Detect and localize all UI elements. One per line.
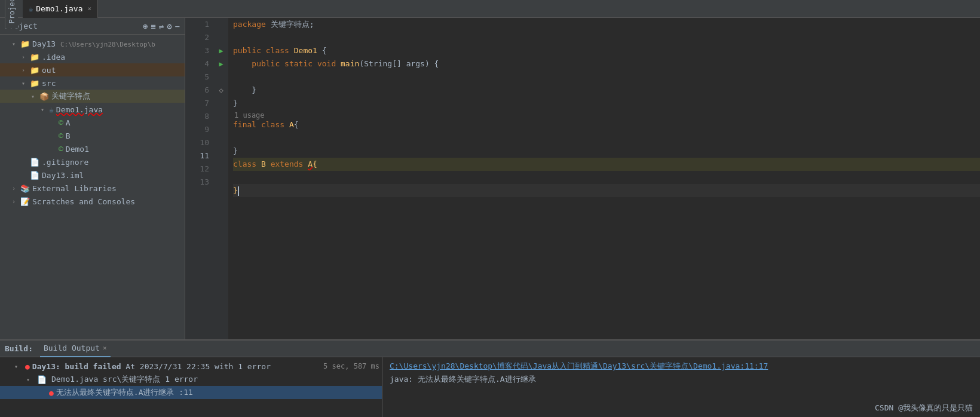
project-sidebar-label[interactable]: Project [5,0,18,29]
line-num-7: 7 [185,97,209,110]
tree-item-demo1class[interactable]: © Demo1 [0,142,185,155]
tree-label-pkg: 关键字特点 [51,91,90,102]
build-tree: ▾ ● Day13: build failed At 2023/7/31 22:… [0,357,382,417]
java-file-icon: ☕ [29,5,33,13]
build-panel: Build: Build Output × ▾ ● Day13: build f… [0,339,980,417]
build-row-demo1[interactable]: ▾ 📄 Demo1.java src\关键字特点 1 error [0,373,382,386]
arrow: ▾ [31,93,39,100]
build-right: C:\Users\yjn28\Desktop\博客代码\Java从入门到精通\D… [382,357,980,417]
code-line-6: } [233,84,980,97]
ext-lib-icon: 📚 [20,184,30,193]
run-gutter: ▶ ▶ ◇ [214,18,228,339]
line-num-5: 5 [185,70,209,84]
code-line-3: public class Demo1 { [233,44,980,57]
tab-label: Demo1.java [36,4,82,13]
tree-label-demo1java: Demo1.java [56,105,103,114]
tree-item-src[interactable]: ▾ 📁 src [0,76,185,90]
build-time: 5 sec, 587 ms [323,362,379,370]
line-num-3: 3 [185,44,209,57]
pkg-icon: 📦 [39,92,49,101]
out-folder-icon: 📁 [30,66,39,75]
line-num-12: 12 [185,162,209,176]
sidebar-header-icons: ⊕ ≡ ⇌ ⚙ − [143,22,180,31]
src-folder-icon: 📁 [30,79,39,88]
main-area: Project ⊕ ≡ ⇌ ⚙ − ▾ 📁 Day13 C:\Users\yjn… [0,18,980,339]
gutter-10 [214,136,228,149]
iml-icon: 📄 [30,171,39,180]
tree-item-iml[interactable]: 📄 Day13.iml [0,168,185,182]
tree-label-day13: Day13 C:\Users\yjn28\Desktop\b [32,39,155,48]
tree-item-classA[interactable]: © A [0,116,185,129]
line-numbers: 1 2 3 4 5 6 7 8 9 10 11 12 13 [185,18,214,339]
line-num-9: 9 [185,123,209,136]
tree-item-out[interactable]: › 📁 out [0,63,185,76]
line-num-4: 4 [185,57,209,70]
tree-item-idea[interactable]: › 📁 .idea [0,50,185,63]
line-num-13: 13 [185,176,209,189]
code-lines[interactable]: package 关键字特点; public class Demo1 { publ… [228,18,980,339]
sidebar-header: Project ⊕ ≡ ⇌ ⚙ − [0,18,185,35]
csdn-badge: CSDN @我头像真的只是只猫 [875,403,973,413]
code-line-4: public static void main(String[] args) { [233,57,980,70]
tree-label-scratches: Scratches and Consoles [32,197,135,206]
sidebar-icon-minus[interactable]: − [175,22,180,31]
sidebar-icon-split[interactable]: ⇌ [159,22,164,31]
build-row-error[interactable]: ● 无法从最终关键字特点.A进行继承 :11 [0,386,382,399]
tree-item-demo1java[interactable]: ▾ ☕ Demo1.java [0,103,185,116]
editor-area: 1 2 3 4 5 6 7 8 9 10 11 12 13 ▶ ▶ [185,18,980,339]
gutter-3-run[interactable]: ▶ [214,44,228,57]
code-line-8: final class A{ [233,118,980,131]
sidebar-icon-list[interactable]: ≡ [151,22,155,31]
arrow: ▾ [14,363,23,370]
arrow: › [22,67,30,73]
build-right-link-wrapper: C:\Users\yjn28\Desktop\博客代码\Java从入门到精通\D… [390,361,973,372]
build-content: ▾ ● Day13: build failed At 2023/7/31 22:… [0,357,980,417]
tree-item-classB[interactable]: © B [0,129,185,142]
build-right-error: java: 无法从最终关键字特点.A进行继承 [390,375,536,384]
arrow: › [12,198,20,205]
code-line-12 [233,171,980,184]
build-demo1-text: Demo1.java src\关键字特点 1 error [51,374,198,385]
line-num-10: 10 [185,136,209,149]
build-label: Build: [5,344,33,353]
tab-close-button[interactable]: × [88,5,92,13]
gutter-13 [214,176,228,189]
scratches-icon: 📝 [20,197,30,206]
error-icon-line: ● [49,388,54,397]
build-right-error-wrapper: java: 无法从最终关键字特点.A进行继承 [390,374,973,385]
tree-label-out: out [42,66,56,75]
tree-item-day13[interactable]: ▾ 📁 Day13 C:\Users\yjn28\Desktop\b [0,37,185,50]
gutter-8 [214,110,228,123]
gutter-11 [214,149,228,162]
code-line-2 [233,31,980,44]
build-error-text: 无法从最终关键字特点.A进行继承 :11 [56,387,193,398]
build-row-day13[interactable]: ▾ ● Day13: build failed At 2023/7/31 22:… [0,360,382,373]
tree-label-iml: Day13.iml [42,171,84,180]
class-b-icon: © [59,131,63,140]
sidebar-icon-gear[interactable]: ⚙ [167,22,172,31]
tab-bar: ☕ Demo1.java × [23,0,975,18]
gutter-1 [214,18,228,31]
code-view[interactable]: 1 2 3 4 5 6 7 8 9 10 11 12 13 ▶ ▶ [185,18,980,339]
gitignore-icon: 📄 [30,158,39,167]
tree-label-classA: A [66,118,71,127]
build-right-link[interactable]: C:\Users\yjn28\Desktop\博客代码\Java从入门到精通\D… [390,361,768,370]
top-bar: Project ☕ Demo1.java × [0,0,980,18]
build-output-tab-close[interactable]: × [103,344,107,352]
tree-label-extlib: External Libraries [32,184,117,193]
arrow: ▾ [12,41,20,47]
tree-item-gitignore[interactable]: 📄 .gitignore [0,155,185,168]
sidebar-icon-globe[interactable]: ⊕ [143,22,148,31]
code-line-7: } [233,97,980,110]
build-output-tab[interactable]: Build Output × [40,341,111,357]
editor-tab-demo1[interactable]: ☕ Demo1.java × [23,0,98,18]
code-line-10: } [233,145,980,158]
build-output-tab-label: Build Output [44,344,100,352]
code-line-5 [233,70,980,84]
code-line-9 [233,131,980,145]
tree-item-scratches[interactable]: › 📝 Scratches and Consoles [0,195,185,208]
tree-item-extlib[interactable]: › 📚 External Libraries [0,182,185,195]
sidebar-tree: ▾ 📁 Day13 C:\Users\yjn28\Desktop\b › 📁 .… [0,35,185,210]
gutter-4-run[interactable]: ▶ [214,57,228,70]
tree-item-pkg[interactable]: ▾ 📦 关键字特点 [0,90,185,103]
